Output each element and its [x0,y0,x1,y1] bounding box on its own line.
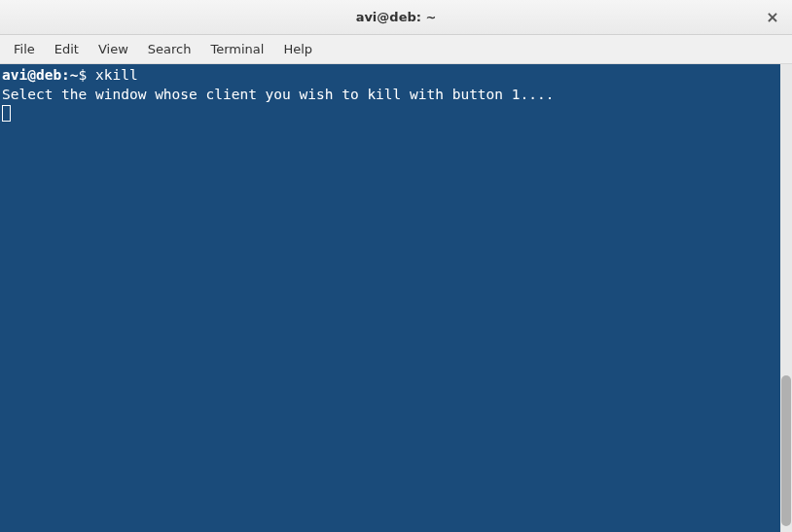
terminal-output: Select the window whose client you wish … [2,86,778,105]
titlebar: avi@deb: ~ × [0,0,792,35]
menu-file[interactable]: File [4,38,45,60]
terminal-prompt-line: avi@deb:~$ xkill [2,66,778,86]
menu-terminal[interactable]: Terminal [200,38,273,60]
cursor-line [2,104,778,124]
close-button[interactable]: × [763,8,782,27]
command-text: xkill [95,67,138,83]
cursor-icon [2,105,11,122]
terminal[interactable]: avi@deb:~$ xkillSelect the window whose … [0,64,780,532]
close-icon: × [766,8,778,26]
scrollbar-thumb[interactable] [781,375,791,526]
prompt-colon: : [61,67,70,83]
menubar: File Edit View Search Terminal Help [0,35,792,64]
scrollbar[interactable] [780,64,792,532]
menu-edit[interactable]: Edit [45,38,89,60]
window-title: avi@deb: ~ [356,10,437,24]
terminal-container: avi@deb:~$ xkillSelect the window whose … [0,64,792,532]
menu-help[interactable]: Help [273,38,322,60]
prompt-symbol: $ [79,67,88,83]
menu-view[interactable]: View [89,38,138,60]
prompt-user-host: avi@deb [2,67,61,83]
prompt-path: ~ [70,67,79,83]
menu-search[interactable]: Search [138,38,201,60]
